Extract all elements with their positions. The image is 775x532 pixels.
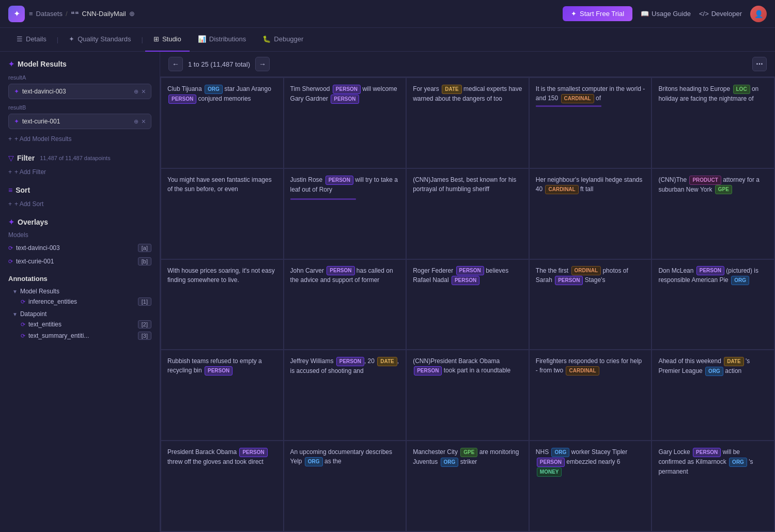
- model-a-row: ✦ text-davinci-003 ⊕ ×: [8, 84, 151, 99]
- card-25[interactable]: Gary Locke PERSON will be confirmed as K…: [652, 441, 774, 531]
- card-16[interactable]: Rubbish teams refused to empty a recycli…: [161, 350, 283, 440]
- card-3[interactable]: For years DATE medical experts have warn…: [407, 78, 529, 168]
- text-entities-name: text_entities: [28, 321, 135, 328]
- card-23[interactable]: Manchester City GPE are monitoring Juven…: [407, 441, 529, 531]
- chevron-down-icon-2: ▼: [12, 311, 18, 317]
- filter-section-header: ▽ Filter 11,487 of 11,487 datapoints: [8, 154, 151, 162]
- more-options-button[interactable]: ···: [752, 57, 767, 71]
- tab-quality-standards[interactable]: ✦ Quality Standards: [60, 28, 139, 52]
- model-b-close-icon[interactable]: ×: [142, 117, 146, 126]
- model-b-link-icon[interactable]: ⊕: [134, 118, 138, 125]
- text-summary-entities-name: text_summary_entiti...: [28, 332, 135, 339]
- card-13[interactable]: Roger Federer PERSON believes Rafael Nad…: [407, 260, 529, 350]
- datasets-label[interactable]: Datasets: [36, 10, 63, 18]
- overlay-model-a-row[interactable]: ⟳ text-davinci-003 [a]: [8, 243, 151, 253]
- card-25-text: Gary Locke PERSON will be confirmed as K…: [658, 448, 753, 475]
- card-7-text: Justin Rose PERSON will try to take a le…: [290, 176, 398, 193]
- overlay-model-a-name: text-davinci-003: [16, 244, 135, 252]
- card-5[interactable]: Britons heading to Europe LOC on holiday…: [652, 78, 774, 168]
- add-filter-button[interactable]: + + Add Filter: [8, 166, 46, 178]
- card-12-text: John Carver PERSON has called on the adv…: [290, 267, 393, 284]
- overlay-model-b-badge: [b]: [138, 257, 151, 265]
- card-12[interactable]: John Carver PERSON has called on the adv…: [284, 260, 406, 350]
- card-18[interactable]: (CNN)President Barack Obama PERSON took …: [407, 350, 529, 440]
- text-entities-item[interactable]: ⟳ text_entities [2]: [12, 319, 151, 330]
- inference-entities-item[interactable]: ⟳ inference_entities [1]: [12, 296, 151, 307]
- model-results-icon: ✦: [8, 60, 14, 68]
- model-a-close-icon[interactable]: ×: [142, 87, 146, 96]
- card-20[interactable]: Ahead of this weekend DATE 's Premier Le…: [652, 350, 774, 440]
- sidebar: ✦ Model Results resultA ✦ text-davinci-0…: [0, 52, 160, 532]
- breadcrumb-separator: /: [66, 10, 68, 18]
- add-sort-button[interactable]: + + Add Sort: [8, 198, 43, 210]
- card-2[interactable]: Tim Sherwood PERSON will welcome Gary Ga…: [284, 78, 406, 168]
- next-page-button[interactable]: →: [255, 57, 270, 71]
- card-18-text: (CNN)President Barack Obama PERSON took …: [413, 357, 510, 374]
- card-10-text: (CNN)The PRODUCT attorney for a suburban…: [658, 176, 760, 193]
- card-15[interactable]: Don McLean PERSON (pictured) is responsi…: [652, 260, 774, 350]
- developer-button[interactable]: </> Developer: [699, 10, 742, 18]
- debugger-icon: 🐛: [262, 35, 271, 43]
- model-results-group-header[interactable]: ▼ Model Results: [12, 287, 151, 296]
- text-summary-entities-badge: [3]: [138, 332, 151, 340]
- text-summary-entities-item[interactable]: ⟳ text_summary_entiti... [3]: [12, 330, 151, 341]
- card-8-text: (CNN)James Best, best known for his port…: [413, 176, 516, 193]
- overlay-model-b-row[interactable]: ⟳ text-curie-001 [b]: [8, 256, 151, 267]
- card-17[interactable]: Jeffrey Williams PERSON, 20 DATE, is acc…: [284, 350, 406, 440]
- text-entities-icon: ⟳: [21, 321, 25, 328]
- annotations-section: Annotations ▼ Model Results ⟳ inference_…: [8, 275, 151, 341]
- distributions-icon: 📊: [198, 35, 206, 43]
- card-4[interactable]: It is the smallest computer in the world…: [530, 78, 652, 168]
- tab-divider-1: |: [55, 36, 60, 43]
- card-9[interactable]: Her neighbour's leylandii hedge stands 4…: [530, 169, 652, 259]
- card-23-text: Manchester City GPE are monitoring Juven…: [413, 448, 519, 465]
- topbar: ✦ ≡ Datasets / ❝❝ CNN-DailyMail ⊕ ✦ Star…: [0, 0, 775, 28]
- prev-page-button[interactable]: ←: [168, 57, 183, 71]
- add-filter-plus-icon: +: [8, 168, 12, 176]
- card-10[interactable]: (CNN)The PRODUCT attorney for a suburban…: [652, 169, 774, 259]
- text-summary-entities-icon: ⟳: [21, 333, 25, 339]
- model-a-icon: ✦: [14, 88, 19, 95]
- card-24[interactable]: NHS ORG worker Stacey Tipler PERSON embe…: [530, 441, 652, 531]
- card-6[interactable]: You might have seen fantastic images of …: [161, 169, 283, 259]
- card-14[interactable]: The the first ORDINAL photos of Sarah PE…: [530, 260, 652, 350]
- start-trial-button[interactable]: ✦ Start Free Trial: [563, 6, 632, 21]
- card-1[interactable]: Club Tijuana ORG star Juan Arango PERSON…: [161, 78, 283, 168]
- card-22[interactable]: An upcoming documentary describes Yelp O…: [284, 441, 406, 531]
- datasets-icon: ≡: [29, 10, 33, 18]
- usage-guide-button[interactable]: 📖 Usage Guide: [641, 10, 691, 18]
- tab-studio[interactable]: ⊞ Studio: [145, 28, 190, 52]
- card-21[interactable]: President Barack Obama PERSON threw off …: [161, 441, 283, 531]
- overlays-heading: ✦ Overlays: [8, 218, 151, 226]
- card-7[interactable]: Justin Rose PERSON will try to take a le…: [284, 169, 406, 259]
- trial-icon: ✦: [571, 10, 577, 18]
- card-9-text: Her neighbour's leylandii hedge stands 4…: [536, 176, 642, 193]
- overlay-model-b-name: text-curie-001: [16, 258, 135, 265]
- breadcrumb: ≡ Datasets / ❝❝ CNN-DailyMail ⊕: [29, 10, 135, 18]
- code-icon: </>: [699, 10, 709, 18]
- model-b-row: ✦ text-curie-001 ⊕ ×: [8, 114, 151, 129]
- card-8[interactable]: (CNN)James Best, best known for his port…: [407, 169, 529, 259]
- model-a-link-icon[interactable]: ⊕: [134, 88, 138, 95]
- main-layout: ✦ Model Results resultA ✦ text-davinci-0…: [0, 52, 775, 532]
- dataset-name[interactable]: CNN-DailyMail: [82, 10, 126, 18]
- overlay-model-a-icon: ⟳: [8, 245, 13, 252]
- datapoint-group-header[interactable]: ▼ Datapoint: [12, 309, 151, 319]
- add-model-button[interactable]: + + Add Model Results: [8, 133, 71, 145]
- text-entities-badge: [2]: [138, 320, 151, 328]
- card-19[interactable]: Firefighters responded to cries for help…: [530, 350, 652, 440]
- chevron-down-icon: ▼: [12, 289, 18, 294]
- sort-section-header: ≡ Sort: [8, 186, 151, 194]
- tab-distributions[interactable]: 📊 Distributions: [190, 28, 255, 52]
- add-sort-plus-icon: +: [8, 200, 12, 208]
- add-model-plus-icon: +: [8, 135, 12, 143]
- pin-icon[interactable]: ⊕: [129, 10, 135, 18]
- card-11[interactable]: With house prices soaring, it's not easy…: [161, 260, 283, 350]
- user-avatar[interactable]: 👤: [750, 6, 767, 22]
- pagination-text: 1 to 25 (11,487 total): [188, 60, 250, 68]
- tab-details[interactable]: ☰ Details: [8, 28, 55, 52]
- card-17-text: Jeffrey Williams PERSON, 20 DATE, is acc…: [290, 357, 399, 374]
- card-20-text: Ahead of this weekend DATE 's Premier Le…: [658, 357, 750, 374]
- tab-debugger[interactable]: 🐛 Debugger: [254, 28, 312, 52]
- tab-divider-2: |: [139, 36, 145, 43]
